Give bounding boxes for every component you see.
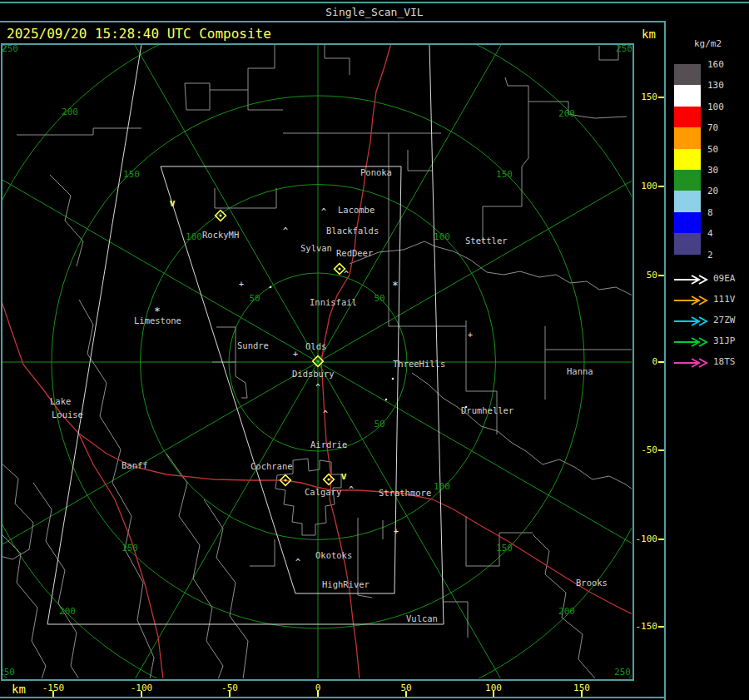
city-label: Blackfalds xyxy=(326,226,379,236)
bottom-tick-mark xyxy=(493,691,494,697)
window-title: Single_Scan_VIL xyxy=(0,6,749,18)
town-dot-marker xyxy=(392,378,394,380)
legend-value: 4 xyxy=(707,228,713,239)
city-label: ThreeHills xyxy=(393,359,445,369)
city-label: Vulcan xyxy=(406,613,438,623)
city-label: RockyMH xyxy=(202,230,239,240)
legend-swatch xyxy=(674,212,701,233)
city-label: Hanna xyxy=(567,366,593,376)
right-tick-label: -100 xyxy=(629,534,657,544)
legend-value: 50 xyxy=(707,144,718,155)
radar-arrow-icon xyxy=(672,357,709,369)
legend-radar-row: 111V xyxy=(672,294,709,305)
legend-value: 130 xyxy=(707,80,724,91)
town-plus-marker: + xyxy=(394,527,399,536)
radar-arrow-icon xyxy=(672,336,709,348)
legend-value: 70 xyxy=(707,122,718,133)
radar-map-container: 2502001501005050100150200250501001502002… xyxy=(1,43,634,681)
right-axis-unit-label: km xyxy=(642,27,656,41)
right-tick-label: 0 xyxy=(629,356,657,367)
radar-arrow-icon xyxy=(672,274,709,285)
range-ring-label: 50 xyxy=(374,293,384,304)
radar-id-label: 31JP xyxy=(713,335,736,346)
city-label: Ponoka xyxy=(360,167,392,177)
legend-radar-row: 27ZW xyxy=(672,315,709,326)
range-ring-label: 200 xyxy=(59,606,76,617)
right-tick-mark xyxy=(658,361,664,363)
city-label: Lacombe xyxy=(338,205,374,215)
legend-panel: kg/m2 16013010070503020842 09EA111V27ZW3… xyxy=(664,21,749,700)
range-ring-label: 150 xyxy=(496,543,513,554)
city-label: Sundre xyxy=(237,340,269,350)
city-label: Brooks xyxy=(576,578,608,588)
legend-swatch xyxy=(674,64,701,85)
range-ring-label: 100 xyxy=(186,231,202,242)
radar-arrow-icon xyxy=(672,295,709,306)
right-tick-label: 150 xyxy=(629,92,657,102)
town-caret-marker: ^ xyxy=(295,558,300,567)
storm-diamond-marker xyxy=(284,479,286,481)
bottom-tick-mark xyxy=(141,691,142,697)
storm-vee-marker: v xyxy=(169,197,175,209)
bottom-border-line xyxy=(0,697,664,698)
legend-value: 30 xyxy=(707,165,718,176)
titlebar-divider-line xyxy=(0,21,749,22)
town-caret-marker: ^ xyxy=(283,226,288,236)
range-ring-label: 150 xyxy=(122,543,138,554)
range-ring-label: 100 xyxy=(434,481,450,492)
legend-radar-row: 18TS xyxy=(672,356,709,368)
radar-id-label: 111V xyxy=(713,294,736,305)
legend-swatch xyxy=(674,191,701,211)
city-label: Cochrane xyxy=(250,461,293,471)
bottom-tick-mark xyxy=(581,691,583,697)
bottom-tick-mark xyxy=(405,691,407,697)
title-bar: Single_Scan_VIL xyxy=(0,3,749,20)
legend-swatch xyxy=(674,127,701,148)
range-ring-label: 200 xyxy=(558,606,575,617)
town-star-marker: * xyxy=(392,279,399,291)
legend-swatch xyxy=(674,170,701,191)
town-plus-marker: + xyxy=(468,330,473,340)
city-label: Okotoks xyxy=(315,550,352,560)
radar-app-window: { "header": { "title": "Single_Scan_VIL"… xyxy=(0,0,749,700)
legend-swatch xyxy=(674,107,701,127)
legend-value: 20 xyxy=(707,186,718,196)
town-star-marker: * xyxy=(154,305,161,317)
range-ring-label: 150 xyxy=(123,169,140,180)
city-label: Banff xyxy=(122,460,148,470)
right-tick-label: 100 xyxy=(629,181,657,191)
city-label: Didsbury xyxy=(292,369,335,379)
right-tick-mark xyxy=(658,186,664,187)
city-label: HighRiver xyxy=(322,579,370,589)
right-tick-mark xyxy=(658,97,664,98)
range-ring-label: 100 xyxy=(434,231,450,242)
city-label: Louise xyxy=(52,410,83,420)
right-tick-mark xyxy=(658,626,664,628)
radar-site-marker xyxy=(316,360,319,362)
town-caret-marker: ^ xyxy=(349,485,354,494)
city-label: Sylvan xyxy=(300,243,332,253)
bottom-axis-unit-label: km xyxy=(12,683,26,696)
legend-radar-row: 31JP xyxy=(672,335,709,347)
bottom-tick-mark xyxy=(317,691,319,697)
right-tick-label: -50 xyxy=(629,444,657,455)
radar-map[interactable]: 2502001501005050100150200250501001502002… xyxy=(1,43,634,681)
bottom-tick-mark xyxy=(229,691,231,697)
legend-value: 100 xyxy=(707,102,724,112)
town-plus-marker: + xyxy=(293,350,298,359)
radar-id-label: 18TS xyxy=(713,356,736,367)
legend-swatch xyxy=(674,149,701,170)
radar-arrow-icon xyxy=(672,315,709,327)
town-caret-marker: ^ xyxy=(321,207,326,216)
right-tick-mark xyxy=(658,449,664,451)
range-ring-label: 250 xyxy=(614,667,631,678)
town-plus-marker: + xyxy=(239,280,244,289)
city-label: Drumheller xyxy=(461,405,513,415)
radar-id-label: 09EA xyxy=(713,273,736,284)
right-axis: 150100500-50-100-150 xyxy=(634,43,664,681)
storm-diamond-marker xyxy=(327,478,330,480)
legend-value: 8 xyxy=(707,207,713,218)
city-label: Olds xyxy=(305,341,326,351)
range-ring-label: 50 xyxy=(249,293,260,304)
town-caret-marker: ^ xyxy=(323,410,328,419)
